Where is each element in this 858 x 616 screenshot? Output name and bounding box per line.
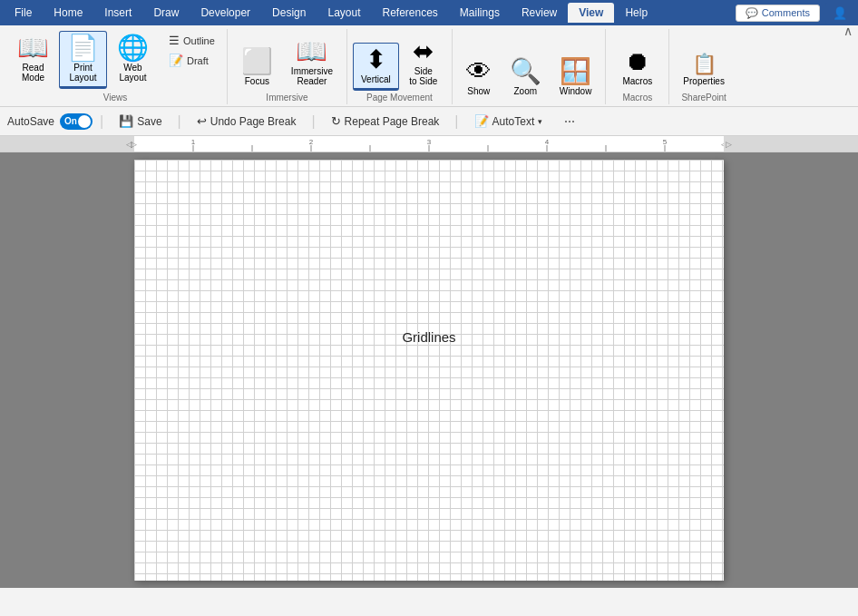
tab-developer[interactable]: Developer: [190, 3, 261, 23]
ruler-inner: ◁ 1 2 3 4 5 ▷ ◁: [0, 136, 858, 152]
show-button[interactable]: 👁 Show: [458, 54, 500, 101]
side-to-side-label: Sideto Side: [409, 66, 437, 86]
ribbon-group-page-movement: ⬍ Vertical ⬌ Sideto Side Page Movement: [347, 29, 453, 104]
tab-draw[interactable]: Draw: [142, 3, 190, 23]
properties-button[interactable]: 📋 Properties: [675, 50, 733, 91]
properties-icon: 📋: [692, 54, 717, 74]
svg-text:1: 1: [191, 138, 196, 146]
more-icon: ⋯: [564, 115, 575, 128]
show-icon: 👁: [466, 59, 492, 84]
immersive-reader-icon: 📖: [296, 39, 327, 64]
macros-label: Macros: [622, 76, 652, 86]
autotext-label: AutoText: [492, 115, 535, 128]
undo-label: Undo Page Break: [210, 115, 297, 128]
autosave-on-label: On: [64, 116, 77, 126]
outline-label: Outline: [183, 35, 215, 46]
read-mode-icon: 📖: [17, 35, 49, 61]
tab-review[interactable]: Review: [511, 3, 568, 23]
immersive-reader-label: ImmersiveReader: [291, 66, 333, 86]
vertical-button[interactable]: ⬍ Vertical: [353, 43, 399, 91]
web-layout-label: WebLayout: [119, 63, 146, 83]
undo-page-break-button[interactable]: ↩ Undo Page Break: [189, 112, 305, 131]
read-mode-button[interactable]: 📖 ReadMode: [9, 31, 57, 87]
macros-items: ⏺ Macros: [612, 31, 662, 91]
sep3: |: [311, 113, 315, 130]
tab-home[interactable]: Home: [43, 3, 93, 23]
views-group-label: Views: [103, 93, 128, 103]
macros-button[interactable]: ⏺ Macros: [612, 44, 662, 91]
vertical-label: Vertical: [361, 74, 391, 84]
more-button[interactable]: ⋯: [556, 112, 583, 131]
read-mode-label: ReadMode: [22, 63, 44, 83]
repeat-label: Repeat Page Break: [345, 115, 440, 128]
tab-help[interactable]: Help: [614, 3, 658, 23]
focus-button[interactable]: ⬜ Focus: [233, 44, 281, 91]
show-label: Show: [467, 86, 490, 96]
print-layout-button[interactable]: 📄 PrintLayout: [59, 31, 107, 89]
print-layout-label: PrintLayout: [69, 63, 96, 83]
views-items: 📖 ReadMode 📄 PrintLayout 🌐 WebLayout ☰ O…: [9, 31, 221, 91]
undo-icon: ↩: [197, 114, 207, 128]
document-gridlines: Gridlines: [134, 160, 724, 581]
show-items: 👁 Show 🔍 Zoom 🪟 Window: [458, 31, 600, 101]
sharepoint-group-label: SharePoint: [681, 93, 726, 103]
ribbon-group-immersive: ⬜ Focus 📖 ImmersiveReader Immersive: [228, 29, 347, 104]
repeat-page-break-button[interactable]: ↻ Repeat Page Break: [323, 112, 448, 131]
autotext-icon: 📝: [474, 114, 489, 128]
zoom-icon: 🔍: [510, 59, 541, 84]
focus-icon: ⬜: [241, 49, 273, 74]
share-icon: 👤: [833, 6, 847, 20]
autosave-label: AutoSave: [7, 115, 54, 128]
svg-text:5: 5: [663, 138, 668, 146]
page-movement-group-label: Page Movement: [366, 93, 433, 103]
immersive-reader-button[interactable]: 📖 ImmersiveReader: [283, 34, 341, 91]
immersive-group-label: Immersive: [266, 93, 307, 103]
svg-text:2: 2: [309, 138, 314, 146]
ribbon-group-macros: ⏺ Macros Macros: [606, 29, 669, 104]
tab-file[interactable]: File: [4, 3, 43, 23]
zoom-label: Zoom: [514, 86, 538, 96]
web-layout-icon: 🌐: [117, 35, 149, 61]
properties-label: Properties: [683, 76, 725, 86]
web-layout-button[interactable]: 🌐 WebLayout: [109, 31, 157, 87]
draft-icon: 📝: [169, 54, 183, 67]
outline-icon: ☰: [169, 34, 180, 47]
toggle-knob: [78, 115, 91, 128]
save-button[interactable]: 💾 Save: [111, 112, 170, 131]
tab-design[interactable]: Design: [261, 3, 317, 23]
document-page: Gridlines: [134, 160, 724, 581]
window-icon: 🪟: [560, 59, 591, 84]
sep2: |: [178, 113, 181, 130]
focus-label: Focus: [245, 76, 269, 86]
repeat-icon: ↻: [331, 114, 341, 128]
tab-references[interactable]: References: [371, 3, 448, 23]
comments-button[interactable]: 💬 Comments: [736, 5, 820, 22]
window-button[interactable]: 🪟 Window: [551, 54, 600, 101]
ruler: ◁ 1 2 3 4 5 ▷ ◁: [0, 136, 858, 152]
zoom-button[interactable]: 🔍 Zoom: [502, 54, 550, 101]
tab-insert[interactable]: Insert: [93, 3, 142, 23]
tab-view[interactable]: View: [568, 3, 614, 23]
sep1: |: [100, 113, 103, 130]
svg-text:3: 3: [427, 138, 432, 146]
ribbon-collapse-button[interactable]: ∧: [843, 24, 853, 38]
outline-button[interactable]: ☰ Outline: [162, 31, 221, 50]
draft-button[interactable]: 📝 Draft: [162, 51, 221, 70]
window-label: Window: [560, 86, 592, 96]
tab-layout[interactable]: Layout: [317, 3, 371, 23]
share-button[interactable]: 👤: [825, 3, 854, 24]
ribbon-group-sharepoint: 📋 Properties SharePoint: [669, 29, 738, 104]
autotext-button[interactable]: 📝 AutoText ▾: [466, 112, 551, 131]
document-area[interactable]: Gridlines: [0, 152, 858, 588]
autosave-toggle[interactable]: On: [60, 113, 93, 130]
vertical-icon: ⬍: [366, 47, 386, 73]
autosave-bar: AutoSave On | 💾 Save | ↩ Undo Page Break…: [0, 107, 858, 136]
side-to-side-button[interactable]: ⬌ Sideto Side: [401, 34, 446, 91]
ribbon-group-views: 📖 ReadMode 📄 PrintLayout 🌐 WebLayout ☰ O…: [4, 29, 228, 104]
save-label: Save: [137, 115, 161, 128]
svg-text:4: 4: [545, 138, 550, 146]
comment-icon: 💬: [746, 7, 758, 19]
macros-icon: ⏺: [625, 49, 650, 74]
ribbon-group-show: 👁 Show 🔍 Zoom 🪟 Window: [453, 29, 607, 104]
tab-mailings[interactable]: Mailings: [449, 3, 511, 23]
